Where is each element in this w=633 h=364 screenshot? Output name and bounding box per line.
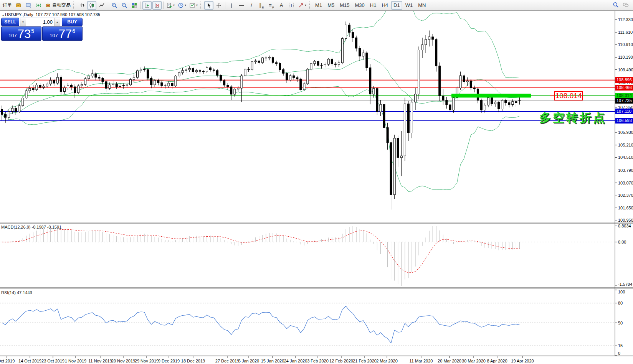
bar-chart-icon	[79, 2, 85, 8]
template-button[interactable]: ▾	[188, 1, 199, 10]
timeframe-m30-glyph: M30	[355, 2, 364, 8]
trendline-button[interactable]: /	[247, 1, 256, 10]
rsi-indicator-label: RSI(14) 47.1443	[1, 290, 32, 295]
search-icon	[613, 2, 619, 8]
text-label-button-glyph: T	[289, 3, 294, 8]
text-button-glyph: A	[280, 2, 283, 8]
caret-down-icon: ▾	[196, 3, 198, 7]
buy-button[interactable]: BUY	[62, 18, 83, 26]
sell-button[interactable]: SELL	[1, 18, 19, 26]
timeframe-m1-glyph: M1	[315, 2, 322, 8]
chart-symbol: USDJPY-,Daily	[5, 12, 33, 17]
sell-price-sup: 5	[31, 28, 34, 34]
one-click-trade-panel: SELL ▼ ▲ BUY 107 73 5 107 77 6	[1, 18, 83, 41]
line-chart-button[interactable]	[97, 1, 106, 10]
channel-button-glyph: ∥	[259, 2, 262, 8]
new-order-button[interactable]: 订单	[0, 1, 13, 10]
auto-scroll-button[interactable]	[142, 1, 152, 10]
market-watch-icon	[15, 2, 21, 8]
sell-price-big: 73	[18, 28, 31, 40]
periods-button[interactable]: ▾	[177, 1, 187, 10]
price-callout-108014[interactable]: 108.014	[554, 91, 583, 100]
time-scale[interactable]	[0, 356, 615, 364]
timeframe-d1[interactable]: D1	[391, 1, 402, 10]
shapes-button[interactable]: ▾	[297, 1, 307, 10]
autotrade-button[interactable]: 自动交易	[44, 1, 72, 10]
periods-icon	[178, 2, 184, 8]
volume-input[interactable]	[26, 18, 54, 26]
toolbar-separator	[140, 2, 141, 9]
data-window-button[interactable]	[24, 1, 33, 10]
caret-down-icon: ▾	[173, 3, 175, 7]
crosshair-button[interactable]	[214, 1, 223, 10]
caret-down-icon: ▾	[185, 3, 186, 7]
timeframe-h4-glyph: H4	[382, 2, 388, 8]
tile-windows-button[interactable]	[130, 1, 139, 10]
toolbar-grip[interactable]	[73, 2, 75, 9]
bar-chart-button[interactable]	[77, 1, 86, 10]
toolbar-separator	[163, 2, 164, 9]
timeframe-w1-glyph: W1	[405, 2, 413, 8]
candlestick-button[interactable]	[87, 1, 96, 10]
toolbar-separator	[108, 2, 108, 9]
text-label-button[interactable]: T	[287, 1, 296, 10]
timeframe-m30[interactable]: M30	[352, 1, 367, 10]
sell-price-display[interactable]: 107 73 5	[1, 26, 41, 41]
fibonacci-button[interactable]: ≡F	[267, 1, 276, 10]
macd-values: -0.1987 -0.1591	[31, 225, 61, 229]
timeframe-h4[interactable]: H4	[379, 1, 390, 10]
volume-up-button[interactable]: ▲	[54, 18, 60, 26]
chart-canvas[interactable]: 112.330111.610110.910110.190109.490108.7…	[0, 0, 633, 364]
timeframe-d1-glyph: D1	[393, 2, 400, 8]
toolbar-grip[interactable]	[200, 2, 202, 9]
horizontal-line-button[interactable]: —	[237, 1, 246, 10]
tile-windows-icon	[131, 2, 137, 8]
volume-stepper: ▼ ▲	[20, 18, 60, 26]
channel-button[interactable]: ∥E	[257, 1, 266, 10]
candlestick-icon	[89, 2, 95, 8]
timeframe-w1[interactable]: W1	[403, 1, 415, 10]
zoom-in-button[interactable]	[110, 1, 119, 10]
macd-name: MACD(12,26,9)	[1, 225, 30, 229]
chart-shift-icon	[154, 2, 160, 8]
new-chart-button[interactable]: ▾	[165, 1, 176, 10]
caret-down-icon: ▾	[305, 3, 306, 7]
buy-price-prefix: 107	[50, 33, 58, 38]
timeframe-m15-glyph: M15	[340, 2, 349, 8]
timeframe-m5[interactable]: M5	[325, 1, 337, 10]
market-watch-button[interactable]	[14, 1, 23, 10]
zoom-in-icon	[111, 2, 117, 8]
timeframe-m15[interactable]: M15	[337, 1, 352, 10]
zoom-out-icon	[121, 2, 127, 8]
vertical-line-button[interactable]: |	[227, 1, 236, 10]
timeframe-mn-glyph: MN	[418, 2, 426, 8]
search-button[interactable]	[611, 1, 620, 9]
line-chart-icon	[99, 2, 105, 8]
auto-scroll-icon	[144, 2, 150, 8]
timeframe-h1[interactable]: H1	[368, 1, 379, 10]
signal-button[interactable]	[34, 1, 43, 10]
cursor-button[interactable]	[204, 1, 213, 10]
signal-icon	[35, 2, 41, 8]
turning-point-note[interactable]: 多空转折点	[539, 110, 607, 126]
chart-title-arrow-icon: ▴	[2, 13, 4, 17]
chat-button[interactable]	[621, 1, 630, 9]
chart-shift-button[interactable]	[152, 1, 162, 10]
sell-price-prefix: 107	[8, 33, 17, 38]
volume-down-button[interactable]: ▼	[20, 18, 26, 26]
timeframe-mn[interactable]: MN	[416, 1, 428, 10]
toolbar-grip[interactable]	[309, 2, 311, 9]
chart-title: ▴USDJPY-,Daily 107.727 107.930 107.508 1…	[2, 12, 100, 17]
cursor-icon	[206, 2, 212, 8]
shapes-icon	[298, 2, 304, 8]
zoom-out-button[interactable]	[120, 1, 129, 10]
rsi-value: 47.1443	[17, 290, 32, 295]
timeframe-m1[interactable]: M1	[313, 1, 324, 10]
price-scale[interactable]	[615, 11, 633, 356]
new-order-button-label: 订单	[3, 2, 12, 8]
vertical-line-button-glyph: |	[231, 2, 232, 8]
text-button[interactable]: A	[277, 1, 286, 10]
buy-price-display[interactable]: 107 77 6	[42, 26, 83, 41]
new-chart-icon	[166, 2, 172, 8]
channel-button-sub: E	[262, 6, 264, 9]
